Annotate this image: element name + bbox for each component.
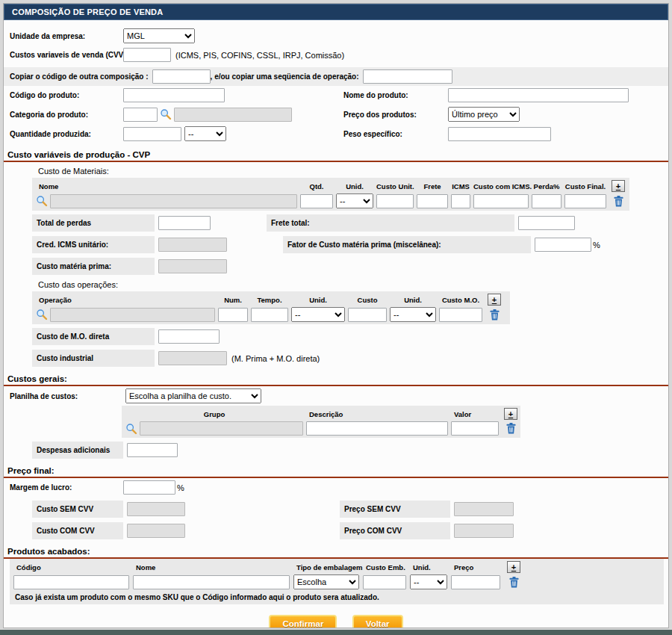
operations-col-unid1: Unid. bbox=[291, 296, 345, 304]
quantity-input[interactable] bbox=[123, 127, 181, 141]
material-cost-with-icms-input[interactable] bbox=[473, 194, 529, 208]
material-search-icon[interactable] bbox=[36, 195, 48, 207]
confirm-button[interactable]: Confirmar bbox=[269, 615, 337, 628]
icms-credit-input bbox=[158, 238, 227, 252]
operation-cost-input[interactable] bbox=[348, 308, 387, 322]
price-with-cvv-input bbox=[454, 524, 514, 538]
category-name-input bbox=[174, 108, 292, 122]
specific-weight-input[interactable] bbox=[448, 127, 551, 141]
finished-code-input[interactable] bbox=[13, 575, 129, 589]
operation-time-input[interactable] bbox=[251, 308, 288, 322]
row-losses-freight: Total de perdas Frete total: bbox=[32, 214, 668, 232]
cost-sheet-label: Planilha de custos: bbox=[10, 392, 125, 400]
material-add-button[interactable]: + bbox=[612, 180, 625, 192]
row-icms-factor: Cred. ICMS unitário: Fator de Custo maté… bbox=[32, 235, 668, 254]
material-icms-input[interactable] bbox=[451, 194, 470, 208]
cvv-hint: (ICMS, PIS, COFINS, CSSL, IRPJ, Comissão… bbox=[175, 51, 344, 60]
total-freight-input[interactable] bbox=[518, 216, 575, 230]
materials-col-custo-final: Custo Final. bbox=[564, 182, 606, 190]
material-freight-input[interactable] bbox=[417, 194, 448, 208]
operations-col-unid2: Unid. bbox=[390, 296, 436, 304]
material-unit-cost-input[interactable] bbox=[376, 194, 414, 208]
description-input[interactable] bbox=[306, 421, 448, 436]
material-qty-input[interactable] bbox=[300, 194, 333, 208]
raw-material-factor-input[interactable] bbox=[535, 238, 591, 252]
additional-expenses-input[interactable] bbox=[127, 443, 178, 457]
value-input[interactable] bbox=[451, 421, 499, 436]
row-cost-sheet: Planilha de custos: Escolha a planilha d… bbox=[4, 386, 668, 406]
industrial-cost-input bbox=[158, 351, 227, 365]
row-cvv: Custos variaveis de venda (CVV): (ICMS, … bbox=[4, 46, 668, 64]
cvv-input[interactable] bbox=[123, 48, 171, 62]
composition-form: COMPOSIÇÃO DE PREÇO DE VENDA Unidade da … bbox=[3, 3, 669, 628]
finished-delete-icon[interactable] bbox=[509, 577, 519, 588]
form-title: COMPOSIÇÃO DE PREÇO DE VENDA bbox=[12, 7, 163, 16]
products-price-label: Preço dos produtos: bbox=[343, 111, 448, 119]
operation-delete-icon[interactable] bbox=[490, 309, 500, 320]
cost-sheet-select[interactable]: Escolha a planilha de custo. bbox=[125, 388, 261, 403]
direct-labor-cost-input[interactable] bbox=[158, 329, 220, 344]
quantity-unit-select[interactable]: -- bbox=[184, 126, 226, 141]
general-delete-icon[interactable] bbox=[506, 423, 516, 434]
direct-labor-label: Custo de M.O. direta bbox=[32, 328, 155, 345]
row-product-code-name: Código do produto: Nome do produto: bbox=[4, 86, 668, 105]
product-category-label: Categoria do produto: bbox=[10, 111, 123, 119]
material-loss-input[interactable] bbox=[532, 194, 561, 208]
material-unit-select[interactable]: -- bbox=[336, 193, 373, 208]
materials-col-nome: Nome bbox=[36, 182, 297, 190]
general-costs-table: Grupo Descrição Valor + bbox=[122, 406, 520, 438]
finished-add-button[interactable]: + bbox=[507, 561, 520, 573]
category-search-icon[interactable] bbox=[160, 108, 172, 120]
material-delete-icon[interactable] bbox=[614, 196, 623, 207]
operations-col-custo-mo: Custo M.O. bbox=[439, 296, 482, 304]
operations-col-num: Num. bbox=[218, 296, 248, 304]
cvp-section-title: Custo variáveis de produção - CVP bbox=[4, 147, 668, 162]
finished-products-table: Código Nome Tipo de embalagem Custo Emb.… bbox=[10, 559, 664, 604]
materials-col-custo-unit: Custo Unit. bbox=[376, 182, 414, 190]
finished-name-input[interactable] bbox=[133, 575, 290, 589]
category-code-input[interactable] bbox=[123, 108, 158, 122]
raw-material-cost-input bbox=[158, 259, 227, 273]
product-code-input[interactable] bbox=[123, 88, 225, 102]
profit-margin-input[interactable] bbox=[123, 480, 175, 495]
row-industrial-cost: Custo industrial (M. Prima + M.O. direta… bbox=[32, 349, 668, 368]
product-name-input[interactable] bbox=[448, 88, 629, 102]
finished-unit-select[interactable]: -- bbox=[410, 574, 447, 589]
finished-products-section-title: Produtos acabados: bbox=[4, 544, 668, 559]
operations-subtitle: Custo das operações: bbox=[38, 280, 668, 289]
group-search-icon[interactable] bbox=[125, 423, 137, 435]
general-col-descricao: Descrição bbox=[306, 410, 448, 418]
total-losses-input[interactable] bbox=[158, 216, 211, 230]
copy-composition-code-input[interactable] bbox=[152, 69, 211, 84]
copy-composition-label: Copiar o código de outra composição : bbox=[10, 72, 149, 81]
cost-with-cvv-label: Custo COM CVV bbox=[32, 522, 123, 539]
margin-percent-suffix: % bbox=[177, 483, 184, 492]
packaging-cost-input[interactable] bbox=[363, 575, 406, 589]
copy-operation-sequence-input[interactable] bbox=[363, 69, 452, 84]
packaging-type-select[interactable]: Escolha bbox=[293, 574, 359, 589]
row-direct-labor: Custo de M.O. direta bbox=[32, 327, 668, 346]
row-raw-material-cost: Custo matéria prima: bbox=[32, 257, 668, 276]
row-cost-price-sem: Custo SEM CVV Preço SEM CVV bbox=[32, 500, 668, 518]
finished-price-input[interactable] bbox=[451, 575, 500, 589]
operation-add-button[interactable]: + bbox=[488, 294, 501, 306]
operations-col-custo: Custo bbox=[348, 296, 387, 304]
operation-cost-unit-select[interactable]: -- bbox=[390, 307, 436, 322]
material-final-cost-input[interactable] bbox=[564, 194, 606, 208]
finished-col-unid: Unid. bbox=[410, 563, 447, 572]
row-quantity-weight: Quantidade produzida: -- Peso específico… bbox=[4, 124, 668, 143]
products-price-select[interactable]: Último preço bbox=[448, 107, 520, 122]
general-add-button[interactable]: + bbox=[504, 408, 517, 420]
factor-percent-suffix: % bbox=[593, 241, 600, 250]
operation-search-icon[interactable] bbox=[36, 309, 48, 320]
finished-col-embalagem: Tipo de embalagem bbox=[293, 563, 359, 572]
materials-col-custo-icms: Custo com ICMS. bbox=[473, 182, 529, 190]
copy-operation-label: , e/ou copiar uma seqüencia de operação: bbox=[211, 72, 359, 81]
company-unit-select[interactable]: MGL bbox=[123, 28, 195, 43]
row-company-unit: Unidade da empresa: MGL bbox=[4, 26, 668, 46]
cost-without-cvv-input bbox=[127, 502, 185, 516]
operation-num-input[interactable] bbox=[218, 308, 248, 322]
operation-labor-cost-input[interactable] bbox=[439, 308, 482, 322]
operation-time-unit-select[interactable]: -- bbox=[291, 307, 345, 322]
back-button[interactable]: Voltar bbox=[352, 615, 403, 628]
